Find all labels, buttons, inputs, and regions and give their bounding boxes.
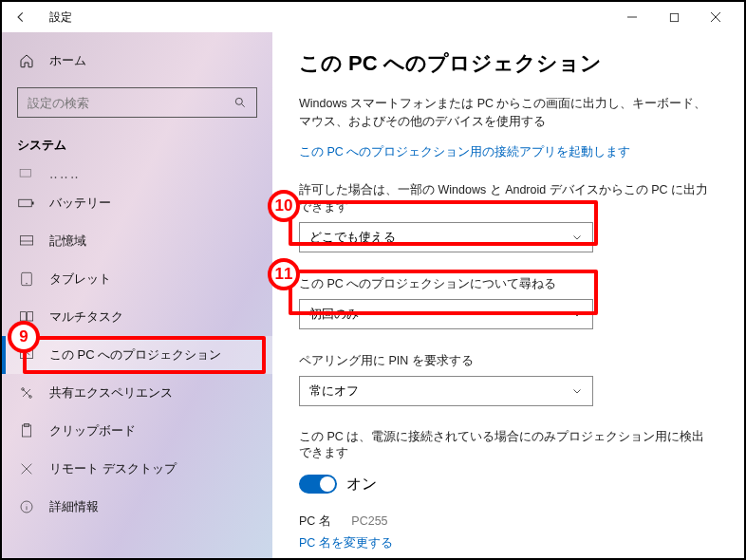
sidebar-item-label: 記憶域	[49, 233, 86, 250]
sidebar: ホーム システム ‥‥‥ バッテリー 記憶域 タブレット マルチタスク	[2, 32, 272, 558]
annotation-number-9: 9	[8, 321, 40, 353]
svg-rect-2	[20, 170, 30, 177]
svg-rect-5	[20, 236, 32, 245]
select-value: 初回のみ	[309, 306, 359, 323]
sidebar-item-remote[interactable]: リモート デスクトップ	[2, 450, 272, 488]
sidebar-item-label: リモート デスクトップ	[49, 460, 177, 477]
sidebar-section-system: システム	[2, 131, 272, 163]
sidebar-item-clipboard[interactable]: クリップボード	[2, 412, 272, 450]
select-value: どこでも使える	[309, 229, 396, 246]
info-icon	[17, 497, 36, 516]
storage-icon	[17, 232, 36, 251]
sidebar-item-label: 共有エクスペリエンス	[49, 384, 173, 401]
annotation-number-11: 11	[268, 258, 300, 290]
svg-rect-4	[32, 202, 34, 205]
discoverable-toggle[interactable]	[299, 475, 337, 494]
page-title: この PC へのプロジェクション	[299, 49, 716, 78]
sidebar-item-projecting[interactable]: この PC へのプロジェクション	[2, 336, 272, 374]
toggle-label: オン	[346, 475, 377, 495]
minimize-button[interactable]	[611, 4, 653, 30]
field-label: ペアリング用に PIN を要求する	[299, 352, 716, 370]
field-allow-projection: 許可した場合は、一部の Windows と Android デバイスからこの P…	[299, 181, 716, 253]
sidebar-home[interactable]: ホーム	[2, 42, 272, 80]
remote-icon	[17, 459, 36, 478]
svg-rect-0	[670, 13, 678, 21]
svg-rect-9	[28, 312, 33, 321]
sidebar-item-truncated[interactable]: ‥‥‥	[2, 163, 272, 184]
arrow-left-icon	[14, 10, 28, 24]
sidebar-item-storage[interactable]: 記憶域	[2, 222, 272, 260]
sidebar-item-label: タブレット	[49, 271, 111, 288]
sidebar-item-battery[interactable]: バッテリー	[2, 184, 272, 222]
select-ask-to-project[interactable]: 初回のみ	[299, 299, 593, 329]
sidebar-item-label: バッテリー	[49, 195, 111, 212]
display-icon	[17, 164, 36, 183]
sidebar-item-label: この PC へのプロジェクション	[49, 346, 221, 364]
sidebar-item-shared[interactable]: 共有エクスペリエンス	[2, 374, 272, 412]
search-box[interactable]	[17, 87, 257, 118]
svg-rect-3	[19, 199, 32, 207]
sidebar-item-tablet[interactable]: タブレット	[2, 260, 272, 298]
annotation-number-10: 10	[268, 190, 300, 222]
field-label: 許可した場合は、一部の Windows と Android デバイスからこの P…	[299, 181, 716, 217]
launch-connect-link[interactable]: この PC へのプロジェクション用の接続アプリを起動します	[299, 144, 716, 160]
pc-name-row: PC 名 PC255	[299, 513, 716, 530]
chevron-down-icon	[571, 385, 583, 397]
battery-icon	[17, 194, 36, 213]
sidebar-item-about[interactable]: 詳細情報	[2, 488, 272, 526]
select-value: 常にオフ	[309, 383, 359, 400]
maximize-icon	[669, 12, 680, 23]
back-button[interactable]	[9, 6, 32, 28]
sidebar-item-label: マルチタスク	[49, 308, 123, 326]
sidebar-item-label: 詳細情報	[49, 498, 99, 515]
field-label: この PC へのプロジェクションについて尋ねる	[299, 275, 716, 293]
sidebar-item-multitask[interactable]: マルチタスク	[2, 298, 272, 336]
field-require-pin: ペアリング用に PIN を要求する 常にオフ	[299, 352, 716, 406]
main-content: この PC へのプロジェクション Windows スマートフォンまたは PC か…	[272, 32, 744, 558]
svg-rect-13	[22, 425, 30, 437]
chevron-down-icon	[571, 232, 583, 243]
page-description: Windows スマートフォンまたは PC からこの画面に出力し、キーボード、マ…	[299, 95, 716, 131]
shared-icon	[17, 383, 36, 402]
select-require-pin[interactable]: 常にオフ	[299, 376, 593, 406]
maximize-button[interactable]	[653, 4, 695, 30]
svg-point-7	[26, 283, 27, 284]
select-allow-projection[interactable]: どこでも使える	[299, 222, 593, 252]
field-ask-to-project: この PC へのプロジェクションについて尋ねる 初回のみ	[299, 275, 716, 329]
pc-name-value: PC255	[351, 514, 387, 528]
search-icon	[233, 96, 247, 109]
home-icon	[17, 51, 36, 70]
sidebar-item-label: クリップボード	[49, 422, 136, 439]
sidebar-home-label: ホーム	[49, 52, 86, 69]
clipboard-icon	[17, 421, 36, 440]
power-note: この PC は、電源に接続されている場合にのみプロジェクション用に検出できます	[299, 429, 716, 461]
tablet-icon	[17, 270, 36, 289]
pc-name-key: PC 名	[299, 514, 331, 528]
close-icon	[710, 11, 721, 23]
search-input[interactable]	[28, 96, 233, 110]
title-bar: 設定	[2, 2, 744, 32]
svg-rect-8	[20, 312, 26, 321]
svg-point-1	[235, 98, 242, 104]
chevron-down-icon	[571, 308, 583, 320]
rename-pc-link[interactable]: PC 名を変更する	[299, 535, 716, 551]
window-title: 設定	[49, 9, 72, 26]
discoverable-toggle-row: オン	[299, 475, 716, 495]
close-button[interactable]	[695, 4, 737, 30]
minimize-icon	[626, 11, 638, 23]
